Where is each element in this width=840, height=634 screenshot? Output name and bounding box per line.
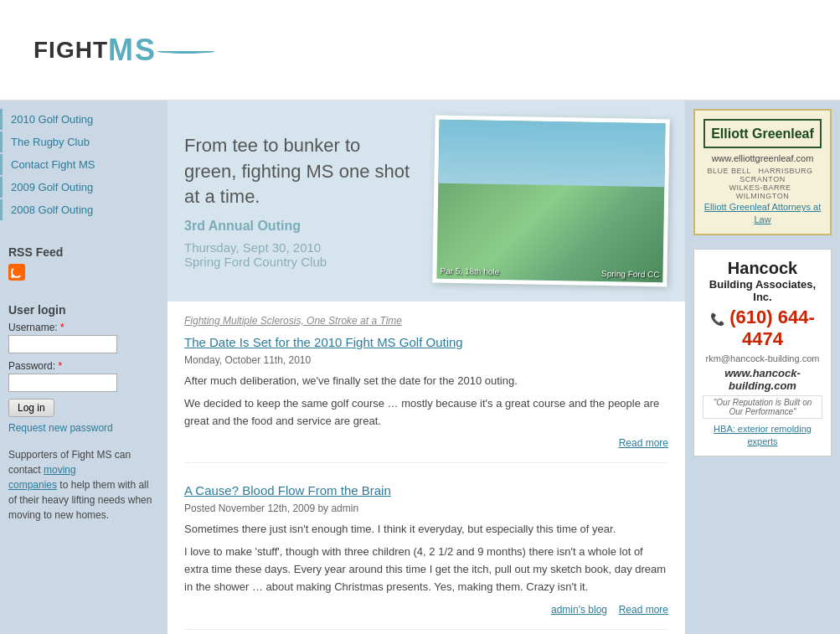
article-2-admin-blog[interactable]: admin's blog: [551, 604, 607, 616]
sidebar-right: Elliott Greenleaf www.elliottgreenleaf.c…: [685, 101, 840, 634]
article-1-read-more[interactable]: Read more: [619, 437, 668, 449]
logo-fight: FIGHT: [33, 37, 108, 64]
hero-image-container: Par 5, 18th hole Spring Ford CC: [432, 116, 669, 287]
section-subtitle: Fighting Multiple Sclerosis, One Stroke …: [184, 315, 668, 327]
hero-image: Par 5, 18th hole Spring Ford CC: [436, 120, 665, 283]
main-content: From tee to bunker to green, fighting MS…: [167, 101, 685, 634]
username-input[interactable]: [8, 335, 117, 353]
caption-right: Spring Ford CC: [601, 269, 660, 279]
login-title: User login: [8, 303, 159, 317]
hero-tagline: From tee to bunker to green, fighting MS…: [184, 133, 417, 210]
nav-item-2010[interactable]: 2010 Golf Outing: [0, 109, 167, 130]
ad-eg-website: www.elliottgreenleaf.com: [703, 153, 822, 163]
nav-item-contact[interactable]: Contact Fight MS: [0, 154, 167, 175]
supporters-text: Supporters of Fight MS can contact movin…: [8, 447, 159, 523]
article-1-p1: After much deliberation, we've finally s…: [184, 373, 668, 390]
ad-eg-name: Elliott Greenleaf: [710, 126, 815, 142]
nav-link-2008[interactable]: 2008 Golf Outing: [3, 199, 167, 220]
nav-item-2008[interactable]: 2008 Golf Outing: [0, 199, 167, 220]
rss-icon[interactable]: [8, 264, 25, 281]
page-wrapper: 2010 Golf Outing The Rugby Club Contact …: [0, 101, 840, 634]
article-2-p2: I love to make 'stuff', though with thre…: [184, 544, 668, 595]
hero-date-line1: Thursday, Sept 30, 2010: [184, 240, 417, 255]
hero-text: From tee to bunker to green, fighting MS…: [184, 133, 434, 269]
nav-link-2010[interactable]: 2010 Golf Outing: [3, 109, 167, 130]
eg-loc-line1: BLUE BELL HARRISBURG SCRANTON: [707, 167, 817, 183]
ad-hancock: Hancock Building Associates, Inc. 📞 (610…: [693, 249, 832, 456]
logo-ms: MS: [108, 33, 157, 68]
article-1: The Date Is Set for the 2010 Fight MS Go…: [184, 335, 668, 463]
password-label: Password: *: [8, 360, 159, 372]
ad-hancock-name: Hancock: [703, 258, 822, 278]
hero-image-caption: Par 5, 18th hole Spring Ford CC: [440, 266, 659, 280]
article-2-link[interactable]: A Cause? Blood Flow From the Brain: [184, 483, 391, 497]
article-2-p1: Sometimes there just isn't enough time. …: [184, 521, 668, 539]
nav-item-2009[interactable]: 2009 Golf Outing: [0, 177, 167, 198]
article-1-title: The Date Is Set for the 2010 Fight MS Go…: [184, 335, 668, 349]
hero-banner: From tee to bunker to green, fighting MS…: [167, 101, 685, 302]
username-label: Username: *: [8, 322, 159, 333]
ad-eg-locations: BLUE BELL HARRISBURG SCRANTON WILKES-BAR…: [703, 167, 822, 200]
article-1-footer: Read more: [184, 436, 668, 449]
article-2-body: Sometimes there just isn't enough time. …: [184, 521, 668, 595]
ad-eg-link[interactable]: Elliott Greenleaf Attorneys at Law: [704, 202, 821, 224]
article-1-link[interactable]: The Date Is Set for the 2010 Fight MS Go…: [184, 335, 463, 349]
nav-item-rugby[interactable]: The Rugby Club: [0, 131, 167, 152]
eg-loc-line2: WILKES-BARRE WILMINGTON: [729, 183, 796, 200]
article-2: A Cause? Blood Flow From the Brain Poste…: [184, 483, 668, 629]
logo-area: FIGHT MS: [33, 33, 215, 68]
rss-title: RSS Feed: [8, 245, 159, 259]
content-area: Fighting Multiple Sclerosis, One Stroke …: [167, 302, 685, 634]
hero-annual: 3rd Annual Outing: [184, 219, 417, 234]
ad-hancock-link[interactable]: HBA: exterior remolding experts: [714, 424, 812, 446]
phone-icon: 📞: [710, 312, 724, 326]
sidebar-widgets: RSS Feed User login Username: * Password…: [0, 237, 167, 531]
article-2-read-more[interactable]: Read more: [619, 604, 668, 616]
ad-hancock-website: www.hancock-building.com: [703, 367, 822, 392]
ad-hancock-email: rkm@hancock-building.com: [703, 353, 822, 363]
password-input[interactable]: [8, 374, 117, 392]
hero-image-sky: [438, 120, 665, 188]
ad-hancock-phone: 📞 (610) 644-4474: [703, 307, 822, 350]
hero-date-line2: Spring Ford Country Club: [184, 255, 417, 269]
article-2-title: A Cause? Blood Flow From the Brain: [184, 483, 668, 497]
nav-menu: 2010 Golf Outing The Rugby Club Contact …: [0, 109, 167, 220]
nav-link-contact[interactable]: Contact Fight MS: [3, 154, 167, 175]
login-section: User login Username: * Password: * Log i…: [8, 303, 159, 434]
ad-hancock-tagline: "Our Reputation is Built on Our Performa…: [703, 395, 822, 419]
nav-link-2009[interactable]: 2009 Golf Outing: [3, 177, 167, 198]
article-2-footer: admin's blog Read more: [184, 603, 668, 616]
article-1-p2: We decided to keep the same golf course …: [184, 395, 668, 430]
article-2-meta: Posted November 12th, 2009 by admin: [184, 503, 668, 514]
logo-wave: [157, 49, 215, 54]
ad-hancock-sub: Building Associates, Inc.: [703, 278, 822, 303]
header: FIGHT MS: [0, 0, 840, 101]
nav-link-rugby[interactable]: The Rugby Club: [3, 131, 167, 152]
subtitle-stroke: Stroke: [328, 315, 358, 327]
ad-eg-inner: Elliott Greenleaf: [703, 119, 822, 148]
new-password-link[interactable]: Request new password: [8, 422, 159, 434]
article-1-meta: Monday, October 11th, 2010: [184, 354, 668, 366]
ad-elliott-greenleaf: Elliott Greenleaf www.elliottgreenleaf.c…: [693, 109, 832, 235]
sidebar-left: 2010 Golf Outing The Rugby Club Contact …: [0, 101, 167, 634]
caption-left: Par 5, 18th hole: [440, 266, 499, 276]
article-1-body: After much deliberation, we've finally s…: [184, 373, 668, 430]
username-required: *: [60, 322, 64, 333]
password-required: *: [58, 360, 62, 372]
login-button[interactable]: Log in: [8, 399, 54, 417]
